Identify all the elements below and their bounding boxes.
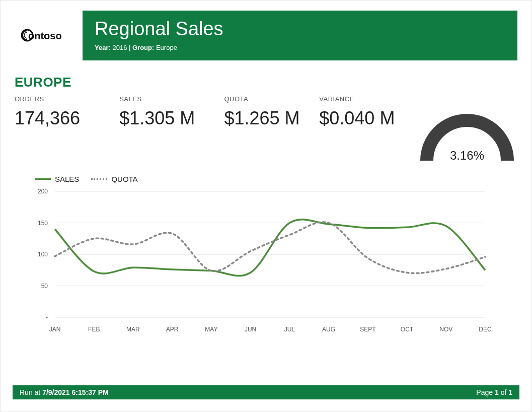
page-indicator: Page 1 of 1 <box>476 388 512 396</box>
svg-text:FEB: FEB <box>88 326 100 333</box>
title-banner: Regional Sales Year: 2016 | Group: Europ… <box>83 11 517 60</box>
svg-text:SEPT: SEPT <box>360 326 376 333</box>
line-chart-svg: -50100150200JANFEBMARAPRMAYJUNJULAUGSEPT… <box>15 186 500 337</box>
svg-text:APR: APR <box>166 326 179 333</box>
chart-legend: SALES QUOTA <box>35 175 517 183</box>
svg-text:100: 100 <box>38 251 48 258</box>
kpi-label: SALES <box>119 95 214 103</box>
year-value: 2016 <box>112 44 127 51</box>
kpi-value: $1.305 M <box>119 108 214 129</box>
kpi-orders: ORDERS 174,366 <box>15 95 109 129</box>
report-subtitle: Year: 2016 | Group: Europe <box>95 44 505 51</box>
kpi-label: QUOTA <box>224 95 309 103</box>
dotted-swatch-icon <box>91 178 107 180</box>
report-footer: Run at 7/9/2021 6:15:37 PM Page 1 of 1 <box>13 385 519 399</box>
sales-quota-chart: SALES QUOTA -50100150200JANFEBMARAPRMAYJ… <box>15 175 517 337</box>
kpi-label: ORDERS <box>15 95 109 103</box>
svg-text:MAY: MAY <box>205 326 217 333</box>
gauge-value: 3.16% <box>417 149 517 163</box>
report-title: Regional Sales <box>95 19 505 40</box>
legend-quota: QUOTA <box>91 175 137 183</box>
report-header: ontoso Regional Sales Year: 2016 | Group… <box>15 11 517 60</box>
variance-gauge: 3.16% <box>417 110 517 166</box>
svg-text:OCT: OCT <box>401 326 414 333</box>
region-heading: EUROPE <box>15 75 517 90</box>
kpi-value: $0.040 M <box>319 108 407 129</box>
kpi-variance: VARIANCE $0.040 M <box>319 95 407 129</box>
brand-logo: ontoso <box>15 11 83 60</box>
svg-text:200: 200 <box>38 188 48 195</box>
svg-text:JUN: JUN <box>245 326 256 333</box>
year-label: Year: <box>95 44 111 51</box>
kpi-value: $1.265 M <box>224 108 309 129</box>
legend-label: QUOTA <box>111 175 137 183</box>
svg-text:JAN: JAN <box>49 326 61 333</box>
legend-sales: SALES <box>35 175 79 183</box>
svg-text:NOV: NOV <box>439 326 452 333</box>
svg-text:50: 50 <box>41 282 48 289</box>
kpi-quota: QUOTA $1.265 M <box>224 95 309 129</box>
run-timestamp: Run at 7/9/2021 6:15:37 PM <box>20 388 109 396</box>
group-value: Europe <box>156 44 177 51</box>
line-swatch-icon <box>35 178 51 180</box>
group-label: Group: <box>132 44 154 51</box>
svg-text:-: - <box>46 314 48 321</box>
kpi-label: VARIANCE <box>319 95 407 103</box>
contoso-logo-icon: ontoso <box>21 23 77 48</box>
svg-text:JUL: JUL <box>284 326 295 333</box>
legend-label: SALES <box>55 175 79 183</box>
svg-text:AUG: AUG <box>322 326 335 333</box>
kpi-sales: SALES $1.305 M <box>119 95 214 129</box>
kpi-value: 174,366 <box>15 108 109 129</box>
kpi-row: ORDERS 174,366 SALES $1.305 M QUOTA $1.2… <box>15 95 517 166</box>
svg-text:150: 150 <box>38 219 48 226</box>
svg-text:MAR: MAR <box>126 326 140 333</box>
svg-text:DEC: DEC <box>479 326 492 333</box>
